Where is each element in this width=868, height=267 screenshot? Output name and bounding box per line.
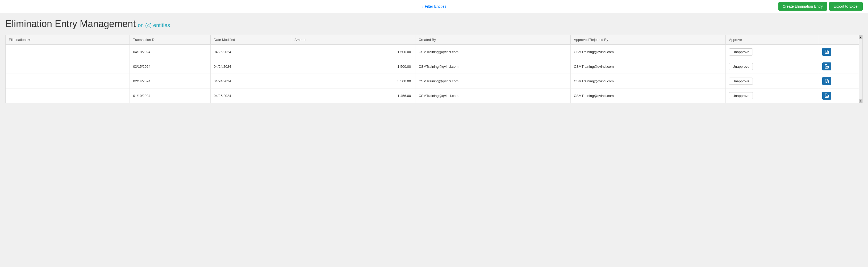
cell-elim-num-3	[6, 89, 130, 103]
table-row: 03/15/2024 04/24/2024 1,500.00 CSMTraini…	[6, 59, 862, 74]
eliminations-table: Eliminations # Transaction D... Date Mod…	[6, 35, 862, 103]
cell-approved-by-3: CSMTraining@qvinci.com	[570, 89, 726, 103]
unapprove-button-1[interactable]: Unapprove	[729, 63, 753, 70]
page-title-area: Elimination Entry Managementon (4) entit…	[5, 18, 863, 30]
col-header-approved-by: Approved/Rejected By	[570, 35, 726, 45]
cell-created-by-2: CSMTraining@qvinci.com	[415, 74, 571, 89]
cell-date-modified-1: 04/24/2024	[210, 59, 291, 74]
document-icon	[825, 94, 829, 98]
svg-rect-10	[826, 96, 828, 97]
unapprove-button-2[interactable]: Unapprove	[729, 77, 753, 85]
svg-rect-7	[826, 82, 828, 82]
unapprove-button-0[interactable]: Unapprove	[729, 48, 753, 56]
table-row: 04/18/2024 04/26/2024 1,500.00 CSMTraini…	[6, 45, 862, 59]
scrollbar-up-arrow[interactable]: ▲	[859, 35, 863, 39]
cell-approve-3: Unapprove	[726, 89, 819, 103]
scrollbar-track: ▲ ▼	[859, 35, 862, 103]
cell-approved-by-1: CSMTraining@qvinci.com	[570, 59, 726, 74]
cell-amount-1: 1,500.00	[291, 59, 415, 74]
table-row: 02/14/2024 04/24/2024 3,500.00 CSMTraini…	[6, 74, 862, 89]
filter-entities-button[interactable]: ▿ Filter Entities	[422, 4, 446, 8]
cell-approve-0: Unapprove	[726, 45, 819, 59]
svg-rect-2	[826, 53, 827, 54]
col-header-approve: Approve	[726, 35, 819, 45]
filter-label: Filter Entities	[425, 4, 446, 8]
top-bar: ▿ Filter Entities Create Elimination Ent…	[0, 0, 868, 13]
cell-date-modified-2: 04/24/2024	[210, 74, 291, 89]
cell-created-by-0: CSMTraining@qvinci.com	[415, 45, 571, 59]
cell-approve-2: Unapprove	[726, 74, 819, 89]
col-header-amount: Amount	[291, 35, 415, 45]
filter-center: ▿ Filter Entities	[422, 4, 446, 8]
cell-actions-2	[819, 74, 862, 89]
cell-approved-by-0: CSMTraining@qvinci.com	[570, 45, 726, 59]
create-elimination-entry-button[interactable]: Create Elimination Entry	[778, 2, 827, 11]
document-icon	[825, 64, 829, 69]
unapprove-button-3[interactable]: Unapprove	[729, 92, 753, 99]
export-to-excel-button[interactable]: Export to Excel	[829, 2, 863, 11]
svg-rect-3	[826, 66, 828, 67]
svg-rect-5	[826, 68, 827, 68]
top-actions: Create Elimination Entry Export to Excel	[778, 2, 863, 11]
cell-transaction-date-3: 01/10/2024	[130, 89, 210, 103]
table-header-row: Eliminations # Transaction D... Date Mod…	[6, 35, 862, 45]
cell-elim-num-0	[6, 45, 130, 59]
col-header-actions	[819, 35, 862, 45]
cell-created-by-1: CSMTraining@qvinci.com	[415, 59, 571, 74]
cell-actions-3	[819, 89, 862, 103]
entity-count: on (4) entities	[138, 22, 170, 28]
cell-amount-0: 1,500.00	[291, 45, 415, 59]
table-container: Eliminations # Transaction D... Date Mod…	[5, 35, 863, 103]
svg-rect-9	[826, 96, 828, 96]
cell-date-modified-3: 04/25/2024	[210, 89, 291, 103]
page-content: Elimination Entry Managementon (4) entit…	[0, 13, 868, 108]
svg-rect-1	[826, 53, 828, 53]
cell-transaction-date-1: 03/15/2024	[130, 59, 210, 74]
cell-created-by-3: CSMTraining@qvinci.com	[415, 89, 571, 103]
cell-transaction-date-0: 04/18/2024	[130, 45, 210, 59]
filter-icon: ▿	[422, 4, 424, 8]
cell-actions-0	[819, 45, 862, 59]
cell-approve-1: Unapprove	[726, 59, 819, 74]
col-header-created-by: Created By	[415, 35, 571, 45]
cell-date-modified-0: 04/26/2024	[210, 45, 291, 59]
col-header-date-modified: Date Modified	[210, 35, 291, 45]
cell-amount-3: 1,456.00	[291, 89, 415, 103]
document-icon	[825, 79, 829, 83]
table-row: 01/10/2024 04/25/2024 1,456.00 CSMTraini…	[6, 89, 862, 103]
cell-actions-1	[819, 59, 862, 74]
cell-amount-2: 3,500.00	[291, 74, 415, 89]
svg-rect-0	[826, 52, 828, 52]
view-doc-button-1[interactable]	[822, 62, 831, 70]
scrollbar-down-arrow[interactable]: ▼	[859, 99, 863, 103]
cell-approved-by-2: CSMTraining@qvinci.com	[570, 74, 726, 89]
cell-elim-num-1	[6, 59, 130, 74]
svg-rect-11	[826, 97, 827, 97]
page-title: Elimination Entry Management	[5, 18, 135, 29]
document-icon	[825, 50, 829, 54]
cell-elim-num-2	[6, 74, 130, 89]
view-doc-button-3[interactable]	[822, 92, 831, 100]
col-header-transaction-date: Transaction D...	[130, 35, 210, 45]
col-header-elim-num: Eliminations #	[6, 35, 130, 45]
view-doc-button-0[interactable]	[822, 48, 831, 56]
view-doc-button-2[interactable]	[822, 77, 831, 85]
cell-transaction-date-2: 02/14/2024	[130, 74, 210, 89]
